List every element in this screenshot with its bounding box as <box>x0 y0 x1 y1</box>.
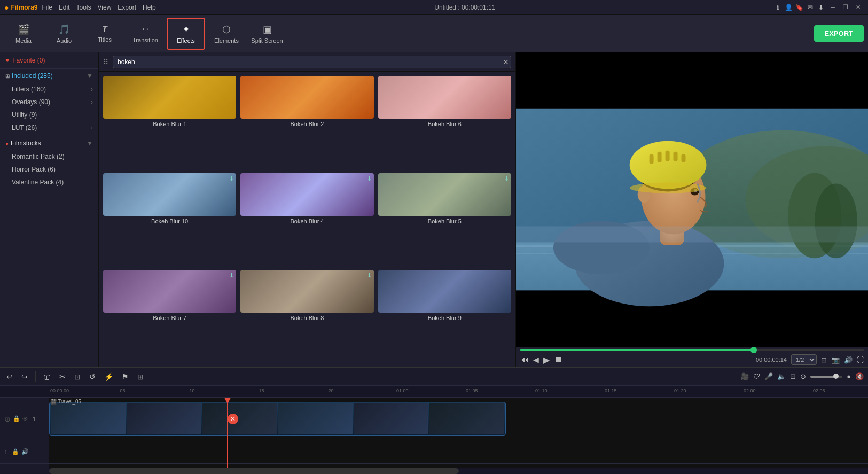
thumb-frame-3 <box>202 403 277 434</box>
tl-redo-button[interactable]: ↪ <box>19 371 30 382</box>
effect-label-bokehr1: Bokeh Blur 7 <box>103 315 236 321</box>
toolbar-transition[interactable]: ↔ Transition <box>126 18 165 50</box>
download-icon[interactable]: ⬇ <box>817 3 825 12</box>
ruler-mark-1m10: 01:10 <box>535 388 548 393</box>
grid-dots-icon[interactable]: ⠿ <box>103 58 108 66</box>
effect-bokeh-r2[interactable]: ⬇ Bokeh Blur 8 <box>240 270 373 363</box>
minimize-button[interactable]: ─ <box>827 2 838 13</box>
tl-shield-icon[interactable]: 🛡 <box>753 372 760 380</box>
video-clip[interactable]: 🎬 Travel_05 ✕ <box>49 402 506 436</box>
effect-bokeh-r3[interactable]: Bokeh Blur 9 <box>378 270 511 363</box>
tl-delete-button[interactable]: 🗑 <box>41 371 53 382</box>
play-button[interactable]: ▶ <box>543 355 550 365</box>
audio-track-label: 1 🔒 🔊 <box>0 440 49 464</box>
horror-pack-item[interactable]: Horror Pack (6) <box>0 163 98 176</box>
tl-cut-button[interactable]: ✂ <box>57 371 68 382</box>
preview-fullscreen-icon[interactable]: ⛶ <box>857 356 864 364</box>
mail-icon[interactable]: ✉ <box>806 3 815 12</box>
effect-label-bokehr3: Bokeh Blur 9 <box>378 315 511 321</box>
menu-view[interactable]: View <box>98 4 112 11</box>
overlays-item[interactable]: Overlays (90) › <box>0 96 98 108</box>
tl-marker-button[interactable]: ⚑ <box>120 371 131 382</box>
effect-bokeh-blur-6[interactable]: Bokeh Blur 6 <box>378 76 511 169</box>
video-clip-icon: 🎬 <box>50 399 57 405</box>
volume-fill <box>810 376 836 378</box>
lut-item[interactable]: LUT (26) › <box>0 121 98 134</box>
volume-handle[interactable] <box>833 374 839 379</box>
tl-camera-icon[interactable]: 🎥 <box>740 372 749 380</box>
preview-fit-icon[interactable]: ⊡ <box>821 356 827 364</box>
lock-video-icon[interactable]: 🔒 <box>13 415 20 422</box>
toolbar-split-screen[interactable]: ▣ Split Screen <box>248 18 286 50</box>
menu-file[interactable]: File <box>42 4 52 11</box>
add-video-track-icon[interactable]: ⊕ <box>4 415 11 423</box>
effect-bokeh-blur-4[interactable]: ⬇ Bokeh Blur 4 <box>240 173 373 266</box>
utility-item[interactable]: Utility (9) <box>0 108 98 121</box>
toolbar-effects[interactable]: ✦ Effects <box>167 18 205 50</box>
effect-bokeh-r1[interactable]: ⬇ Bokeh Blur 7 <box>103 270 236 363</box>
valentine-pack-item[interactable]: Valentine Pack (4) <box>0 176 98 189</box>
timeline-volume-slider[interactable] <box>810 376 842 378</box>
preview-progress-handle[interactable] <box>750 347 757 353</box>
menu-export[interactable]: Export <box>118 4 136 11</box>
effect-bokeh-blur-10[interactable]: ⬇ Bokeh Blur 10 <box>103 173 236 266</box>
tl-split-button[interactable]: ⊞ <box>135 371 146 382</box>
effect-label-bokeh4: Bokeh Blur 4 <box>240 218 373 224</box>
tl-freeze-icon[interactable]: ⊙ <box>800 372 806 380</box>
included-section[interactable]: ⊞ Included (285) ▼ <box>0 69 98 83</box>
tl-mic-icon[interactable]: 🎤 <box>764 372 773 380</box>
menu-edit[interactable]: Edit <box>59 4 70 11</box>
lock-audio-icon[interactable]: 🔒 <box>12 448 19 455</box>
search-clear-button[interactable]: ✕ <box>503 58 509 66</box>
toolbar-media[interactable]: 🎬 Media <box>4 18 43 50</box>
filters-arrow: › <box>91 86 93 93</box>
transition-icon: ↔ <box>140 24 150 35</box>
filters-item[interactable]: Filters (160) › <box>0 83 98 96</box>
video-track-label: ⊕ 🔒 👁 1 <box>0 398 49 440</box>
included-label: Included (285) <box>12 72 53 80</box>
preview-progress-bar[interactable] <box>520 349 864 351</box>
preview-quality-select[interactable]: 1/2 1/4 Full <box>791 354 817 365</box>
rewind-button[interactable]: ⏮ <box>520 355 529 364</box>
filmstocks-section[interactable]: ● Filmstocks ▼ <box>0 136 98 150</box>
export-button[interactable]: EXPORT <box>814 25 864 42</box>
tl-mute-icon[interactable]: 🔇 <box>855 372 864 380</box>
search-input[interactable] <box>113 56 511 68</box>
menu-tools[interactable]: Tools <box>76 4 91 11</box>
tl-voice-icon[interactable]: 🔈 <box>777 372 786 380</box>
tl-pip-icon[interactable]: ⊡ <box>790 372 796 380</box>
tl-crop-button[interactable]: ⊡ <box>72 371 83 382</box>
stop-button[interactable]: ⏹ <box>554 355 562 364</box>
step-back-button[interactable]: ◀ <box>533 355 539 364</box>
info-icon[interactable]: ℹ <box>774 3 783 12</box>
favorite-label: Favorite (0) <box>12 57 45 64</box>
romantic-pack-item[interactable]: Romantic Pack (2) <box>0 150 98 163</box>
effect-bokeh-blur-2[interactable]: Bokeh Blur 2 <box>240 76 373 169</box>
clip-delete-button[interactable]: ✕ <box>228 414 238 424</box>
toolbar-audio[interactable]: 🎵 Audio <box>45 18 83 50</box>
titlebar-left: ● Filmora9 File Edit Tools View Export H… <box>4 3 156 12</box>
effect-bokeh-blur-1[interactable]: Bokeh Blur 1 <box>103 76 236 169</box>
tl-speed-button[interactable]: ⚡ <box>102 371 115 382</box>
menu-help[interactable]: Help <box>143 4 156 11</box>
ruler-mark-1m20: 01:20 <box>674 388 686 393</box>
preview-volume-icon[interactable]: 🔊 <box>844 356 853 364</box>
toolbar-elements[interactable]: ⬡ Elements <box>207 18 246 50</box>
bookmark-icon[interactable]: 🔖 <box>795 3 804 12</box>
titles-icon: T <box>102 25 107 34</box>
user-icon[interactable]: 👤 <box>785 3 793 12</box>
restore-button[interactable]: ❐ <box>840 2 851 13</box>
timeline-scrollbar-inner[interactable] <box>49 468 459 474</box>
close-button[interactable]: ✕ <box>853 2 864 13</box>
favorite-section[interactable]: ♥ Favorite (0) <box>0 52 98 69</box>
tl-undo2-button[interactable]: ↺ <box>87 371 98 382</box>
timeline-scrollbar[interactable] <box>49 468 868 474</box>
svg-rect-19 <box>674 152 678 161</box>
audio-level-icon[interactable]: 🔊 <box>21 448 29 455</box>
hide-video-icon[interactable]: 👁 <box>22 416 28 422</box>
download-icon-bokeh5: ⬇ <box>504 175 509 182</box>
tl-undo-button[interactable]: ↩ <box>4 371 15 382</box>
toolbar-titles[interactable]: T Titles <box>85 18 124 50</box>
effect-bokeh-blur-5[interactable]: ⬇ Bokeh Blur 5 <box>378 173 511 266</box>
preview-snapshot-icon[interactable]: 📷 <box>831 356 840 364</box>
